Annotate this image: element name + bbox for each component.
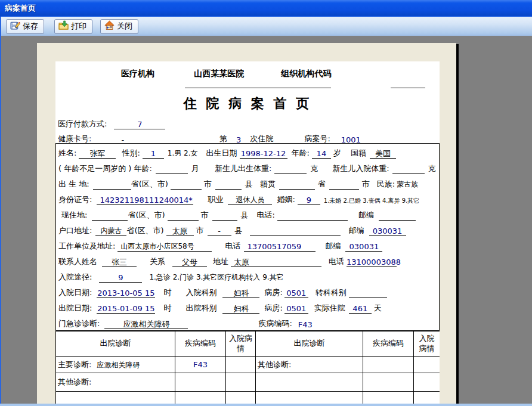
discharge-date-row: 出院日期: 2015-01-09 15 时 出院科别 妇科 病房: 0501 实…	[56, 300, 439, 315]
registered-label: 户口地址:	[58, 225, 92, 236]
header-disease-code-left: 疾病编码	[175, 331, 226, 357]
infant-age-field	[156, 164, 188, 174]
residence-county-label: 县	[241, 210, 249, 221]
payment-field: 7	[114, 119, 165, 129]
contact-label: 联系人姓名	[58, 256, 97, 267]
infant-age-label: ( 年龄不足一周岁的 ) 年龄:	[58, 163, 152, 174]
other-diag-condition-cell	[226, 373, 256, 392]
hospital-name: 山西某某医院	[194, 69, 244, 78]
discharge-date-label: 出院日期:	[58, 303, 92, 314]
discharge-dept-field: 妇科	[222, 303, 259, 314]
id-label: 身份证号:	[58, 194, 92, 205]
province-label: 省(区、市)	[131, 179, 168, 190]
page-shadow	[456, 44, 459, 406]
relation-field: 父母	[172, 257, 207, 267]
admit-weight-field	[392, 164, 425, 174]
payment-row: 医疗付款方式: 7	[58, 116, 437, 129]
residence-phone-field	[277, 210, 348, 221]
name-label: 姓名:	[58, 148, 76, 159]
disease-code-label: 疾病编码:	[258, 318, 292, 329]
residence-province-field	[92, 210, 128, 221]
medical-record-window: { "window": { "title": "病案首页" }, "toolba…	[0, 0, 532, 406]
age-field: 14	[312, 148, 331, 159]
admit-date-field: 2013-10-05 15	[97, 288, 155, 298]
marriage-field: 9	[298, 195, 320, 205]
paper-page: 医疗机构 山西某某医院 组织机构代码 住 院 病 案 首 页 医疗付款方式: 7…	[37, 43, 456, 406]
diagnosis-table: 出院诊断 疾病编码 入院病情 出院诊断 疾病编码 入院病情 主要诊断: 应激相关…	[55, 331, 440, 406]
contact-phone-field: 13100003088	[347, 257, 397, 267]
residence-zip-label: 邮编	[358, 210, 374, 221]
age-label: 年龄:	[292, 148, 310, 159]
marriage-label: 婚姻:	[277, 194, 295, 205]
patient-row-registered: 户口地址: 内蒙古 省(区、市) 太原 市 - 县 邮编 030031	[56, 222, 439, 238]
header-discharge-diag-right: 出院诊断	[256, 331, 363, 357]
marriage-options: 1.未婚 2.已婚 3.丧偶 4.离异 9.其它	[324, 197, 419, 205]
native-city-field	[329, 179, 359, 190]
header-admit-condition-right: 入院病情	[414, 331, 440, 357]
patient-row-identity: 姓名: 张军 性别: 1 1.男 2.女 出生日期 1998-12-12 年龄:…	[56, 145, 439, 160]
print-icon	[58, 20, 69, 32]
main-diag-code-cell: F43	[175, 357, 226, 373]
registered-zip-field: 030031	[369, 226, 406, 236]
row2-col6-cell	[414, 373, 440, 392]
toolbar: 保存 打印 关闭	[0, 17, 532, 36]
work-phone-label: 电话	[225, 241, 240, 252]
route-label: 入院途径:	[58, 272, 92, 283]
residence-label: 现住地:	[61, 210, 87, 221]
registered-province-field: 内蒙古	[95, 226, 126, 236]
residence-phone-label: 电话:	[257, 210, 275, 221]
header-disease-code-right: 疾病编码	[363, 331, 414, 357]
gender-options: 1.男 2.女	[168, 148, 198, 159]
print-button[interactable]: 打印	[54, 19, 92, 34]
patient-row-work: 工作单位及地址: 山西太原市小店区58号 电话 13700517059 邮编 0…	[56, 238, 439, 253]
org-code-underline	[391, 88, 425, 88]
row2-col4-cell	[256, 373, 363, 392]
home-icon	[104, 20, 115, 32]
registered-city-field: 太原	[166, 226, 194, 236]
row2-col5-cell	[363, 373, 414, 392]
route-field: 9	[99, 272, 142, 283]
health-card-row: 健康卡号: - 第 3 次住院 病案号: 1001	[58, 131, 437, 144]
county-label: 县	[245, 179, 253, 190]
occupation-field: 退休人员	[228, 195, 272, 205]
dob-label: 出生日期	[206, 148, 237, 159]
admit-weight-label: 新生儿入院体重:	[332, 163, 389, 174]
save-button[interactable]: 保存	[6, 19, 44, 34]
nationality-field: 美国	[370, 148, 396, 159]
stay-label: 实际住院	[314, 303, 345, 314]
save-icon	[10, 20, 20, 32]
title-bar: 病案首页	[0, 0, 532, 17]
preview-area: 医疗机构 山西某某医院 组织机构代码 住 院 病 案 首 页 医疗付款方式: 7…	[0, 36, 532, 406]
birth-weight-field	[274, 164, 307, 174]
admit-ward-field: 0501	[284, 288, 308, 298]
name-field: 张军	[79, 148, 116, 159]
birth-weight-label: 新生儿出生体重:	[215, 163, 271, 174]
close-button-label: 关闭	[117, 21, 132, 32]
work-zip-field: 030031	[345, 241, 382, 252]
discharge-dept-label: 出院科别	[185, 303, 216, 314]
discharge-date-field: 2015-01-09 15	[97, 303, 155, 314]
dob-field: 1998-12-12	[240, 148, 287, 159]
table-row-main-diagnosis: 主要诊断: 应激相关障碍 F43 其他诊断:	[56, 357, 440, 373]
residence-zip-field	[379, 210, 416, 221]
close-button[interactable]: 关闭	[100, 19, 138, 34]
residence-province-label: 省(区、市)	[128, 210, 165, 221]
save-button-label: 保存	[23, 21, 38, 32]
contact-addr-field: 太原	[231, 257, 321, 267]
other-diag-right-code-cell	[363, 357, 414, 373]
gender-field: 1	[143, 148, 164, 159]
admit-date-row: 入院日期: 2013-10-05 15 时 入院科别 妇科 病房: 0501 转…	[56, 284, 439, 300]
admit-date-label: 入院日期:	[58, 287, 92, 298]
org-label: 医疗机构	[121, 69, 154, 78]
birthplace-city-field	[171, 179, 202, 190]
contact-addr-label: 地址	[213, 256, 228, 267]
diagnosis-table-header: 出院诊断 疾病编码 入院病情 出院诊断 疾病编码 入院病情	[56, 331, 440, 357]
discharge-hour-unit: 时	[163, 303, 171, 314]
other-diag-cell: 其他诊断:	[56, 373, 175, 392]
contact-phone-label: 电话	[329, 256, 344, 267]
registered-county-label: 县	[235, 225, 243, 236]
birthplace-label: 出 生 地:	[58, 179, 89, 190]
transfer-dept-field	[349, 288, 387, 298]
work-label: 工作单位及地址:	[58, 241, 115, 252]
discharge-ward-field: 0501	[284, 303, 308, 314]
